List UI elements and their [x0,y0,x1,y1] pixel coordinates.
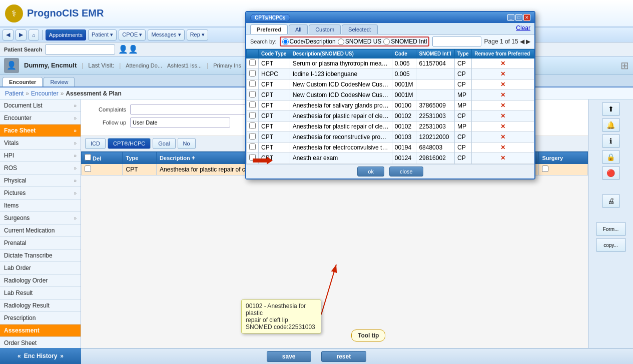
row-code-type-cell: CPT [259,122,290,132]
row-code-type-cell: CPT [259,111,290,122]
row-type-cell: CP [455,132,472,142]
modal-page-info: Page 1 of 15 ◀ ▶ [484,38,530,45]
row-type-cell: MP [455,90,472,100]
tooltip-label: Tool tip [351,330,385,342]
col-code-header: Code [392,50,416,58]
radio-snomed-intl[interactable]: SNOMED Intl [383,38,427,45]
modal-table-row[interactable]: CPT Anesthesia for reconstructive proced… [247,132,534,142]
row-checkbox-cell [247,142,259,153]
row-desc-cell: Anesthesia for plastic repair of cleft l… [290,122,392,132]
row-type-cell: CP [455,142,472,153]
row-remove-cell[interactable]: ✕ [472,111,534,122]
modal-tab-selected[interactable]: Selected: [342,24,378,34]
row-checkbox-3[interactable] [249,91,256,98]
modal-table-row[interactable]: CPT Anesthesia for salivary glands proce… [247,100,534,111]
modal-cpts-hcpcs: CPTs/HCPCs _ □ ✕ Preferred All Custom Se… [245,11,535,180]
modal-title: CPTs/HCPCs [250,14,290,20]
row-checkbox-cell [247,80,259,90]
row-code-val-cell: 00103 [392,132,416,142]
modal-tab-preferred[interactable]: Preferred [250,24,288,34]
row-checkbox-cell [247,122,259,132]
modal-table-row[interactable]: CPT Anesthesia for plastic repair of cle… [247,111,534,122]
row-remove-cell[interactable]: ✕ [472,80,534,90]
row-code-val-cell: 0.005 [392,69,416,80]
row-checkbox-1[interactable] [249,70,256,76]
row-type-cell: MP [455,100,472,111]
page-next-button[interactable]: ▶ [526,38,530,45]
row-checkbox-7[interactable] [249,133,256,140]
radio-code-description[interactable]: Code/Description [282,38,336,45]
tooltip-line3: SNOMED code:22531003 [246,324,317,330]
tooltip-line1: 00102 - Anesthesia for plastic [246,302,317,316]
search-radio-group: Code/Description SNOMED US SNOMED Intl [280,36,430,46]
row-checkbox-cell [247,100,259,111]
modal-table-row[interactable]: CPT Anesth ear exam 00124 29816002 CP ✕ [247,153,534,164]
modal-tab-custom[interactable]: Custom [309,24,341,34]
row-remove-cell[interactable]: ✕ [472,122,534,132]
search-by-label: Search by: [250,38,277,44]
row-snomed-cell [416,80,455,90]
red-indicator-arrow [253,156,273,166]
row-snomed-cell: 22531003 [416,111,455,122]
col-check [247,50,259,58]
row-type-cell: MP [455,122,472,132]
modal-table-row[interactable]: CPT New Custom ICD CodesNew Custom ICD C… [247,80,534,90]
modal-title-badge: CPTs/HCPCs [250,14,290,22]
row-snomed-cell: 61157004 [416,58,455,69]
row-remove-cell[interactable]: ✕ [472,90,534,100]
modal-close-button[interactable]: ✕ [523,14,530,21]
row-code-type-cell: CPT [259,90,290,100]
modal-controls: _ □ ✕ [507,14,530,21]
row-desc-cell: Anesthesia for electroconvulsive therapy [290,142,392,153]
row-code-type-cell: HCPC [259,69,290,80]
modal-table-row[interactable]: CPT Serum or plasma thyrotropin measurem… [247,58,534,69]
row-desc-cell: Anesthesia for salivary glands procedure [290,100,392,111]
modal-tab-all[interactable]: All [289,24,308,34]
modal-ok-button[interactable]: ok [357,166,384,176]
radio-snomed-us[interactable]: SNOMED US [338,38,382,45]
row-snomed-cell: 6848003 [416,142,455,153]
modal-maximize-button[interactable]: □ [515,14,522,21]
row-checkbox-cell [247,69,259,80]
row-checkbox-0[interactable] [249,60,256,66]
row-remove-cell[interactable]: ✕ [472,58,534,69]
row-checkbox-6[interactable] [249,122,256,129]
arrow-polygon [253,156,273,164]
modal-table-row[interactable]: CPT Anesthesia for electroconvulsive the… [247,142,534,153]
modal-table-row[interactable]: CPT New Custom ICD CodesNew Custom ICD C… [247,90,534,100]
row-checkbox-2[interactable] [249,80,256,87]
row-checkbox-8[interactable] [249,144,256,150]
row-type-cell: CP [455,58,472,69]
page-prev-button[interactable]: ◀ [520,38,526,45]
modal-search-bar: Search by: Code/Description SNOMED US SN… [246,34,534,49]
modal-search-input[interactable] [432,36,481,46]
modal-results-table: Code Type Description(SNOMED US) Code SN… [246,49,534,164]
modal-close-btn[interactable]: close [389,166,423,176]
row-checkbox-cell [247,58,259,69]
row-remove-cell[interactable]: ✕ [472,100,534,111]
row-code-val-cell: 00124 [392,153,416,164]
row-desc-cell: Anesth ear exam [290,153,392,164]
modal-titlebar: CPTs/HCPCs _ □ ✕ [246,12,534,23]
tooltip-line2: repair of cleft lip [246,316,317,324]
tooltip-box: 00102 - Anesthesia for plastic repair of… [241,300,321,334]
row-snomed-cell [416,90,455,100]
row-checkbox-5[interactable] [249,112,256,118]
row-remove-cell[interactable]: ✕ [472,142,534,153]
row-checkbox-cell [247,132,259,142]
modal-table-row[interactable]: HCPC Iodine I-123 iobenguane 0.005 CP ✕ [247,69,534,80]
modal-table-row[interactable]: CPT Anesthesia for plastic repair of cle… [247,122,534,132]
row-snomed-cell: 37865009 [416,100,455,111]
row-checkbox-4[interactable] [249,102,256,108]
row-type-cell: CP [455,80,472,90]
modal-clear-link[interactable]: Clear [516,24,530,34]
modal-minimize-button[interactable]: _ [507,14,514,21]
row-remove-cell[interactable]: ✕ [472,153,534,164]
row-snomed-cell: 22531003 [416,122,455,132]
row-remove-cell[interactable]: ✕ [472,132,534,142]
row-remove-cell[interactable]: ✕ [472,69,534,80]
row-code-val-cell: 0001M [392,90,416,100]
row-code-val-cell: 0.005 [392,58,416,69]
row-code-type-cell: CPT [259,58,290,69]
col-code-type: Code Type [259,50,290,58]
